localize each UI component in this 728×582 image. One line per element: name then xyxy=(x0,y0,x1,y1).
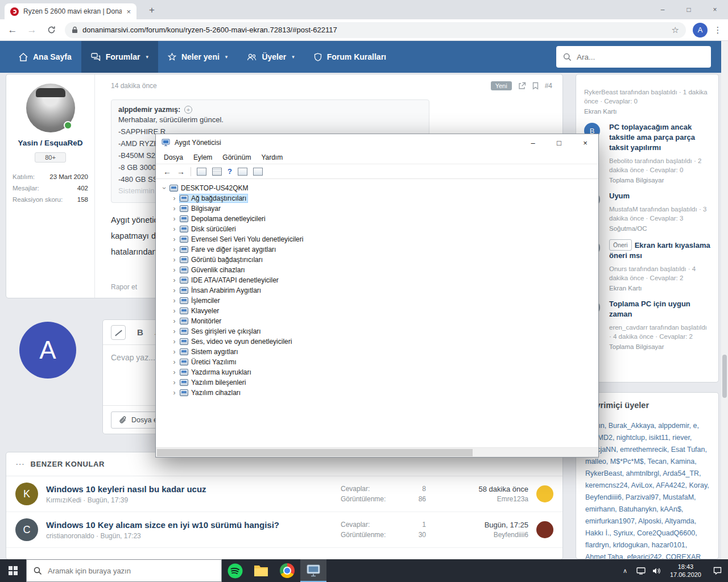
forum-search[interactable] xyxy=(556,46,711,68)
topic-title[interactable]: Toplama PC için uygun zaman xyxy=(609,299,710,319)
thread-title[interactable]: Windows 10 Key alıcam sizce en iyi w10 s… xyxy=(46,520,341,530)
topic-title[interactable]: PC toplayacağım ancak taksitle ama parça… xyxy=(609,122,710,153)
refresh-button[interactable] xyxy=(42,21,60,39)
tree-item[interactable]: › Yazılım bileşenleri xyxy=(156,377,598,388)
tree-item[interactable]: › Sistem aygıtları xyxy=(156,347,598,357)
share-icon[interactable] xyxy=(518,82,526,90)
topic-category[interactable]: Ekran Kartı xyxy=(584,108,710,115)
tree-item[interactable]: › Fare ve diğer işaret aygıtları xyxy=(156,244,598,255)
thread-time[interactable]: Bugün, 17:25 xyxy=(426,521,528,529)
tree-item[interactable]: › Güvenlik cihazları xyxy=(156,265,598,275)
chevron-right-icon[interactable]: › xyxy=(169,246,179,253)
forward-button[interactable]: → xyxy=(23,21,41,39)
tree-item[interactable]: › Ağ bağdaştırıcıları xyxy=(156,193,598,203)
tree-item[interactable]: › Evrensel Seri Veri Yolu denetleyiciler… xyxy=(156,234,598,244)
forum-search-input[interactable] xyxy=(577,53,704,61)
file-explorer-taskbar-button[interactable] xyxy=(248,559,274,582)
tree-item[interactable]: › Üretici Yazılımı xyxy=(156,357,598,367)
nav-home[interactable]: Ana Sayfa xyxy=(9,41,81,73)
console-tree-icon[interactable] xyxy=(197,168,206,176)
chevron-right-icon[interactable]: › xyxy=(169,358,179,366)
window-maximize-button[interactable]: □ xyxy=(676,0,702,19)
post-time[interactable]: 14 dakika önce xyxy=(111,82,157,90)
menu-yardim[interactable]: Yardım xyxy=(256,153,288,161)
chevron-right-icon[interactable]: › xyxy=(169,266,179,274)
tree-root[interactable]: › DESKTOP-US42QKM xyxy=(156,183,598,193)
topic-category[interactable]: Toplama Bilgisayar xyxy=(609,177,710,184)
chevron-right-icon[interactable]: › xyxy=(169,215,179,223)
minimize-button[interactable]: – xyxy=(520,134,546,151)
bookmark-icon[interactable] xyxy=(532,82,539,90)
tree-item[interactable]: › Ses, video ve oyun denetleyicileri xyxy=(156,336,598,347)
clock[interactable]: 18:43 17.06.2020 xyxy=(665,563,706,579)
tree-item[interactable]: › İşlemciler xyxy=(156,296,598,306)
chevron-right-icon[interactable]: › xyxy=(169,276,179,284)
chevron-right-icon[interactable]: › xyxy=(169,348,179,356)
device-manager-window[interactable]: Aygıt Yöneticisi – □ × Dosya Eylem Görün… xyxy=(155,134,599,458)
chevron-right-icon[interactable]: › xyxy=(169,317,179,325)
chevron-expanded-icon[interactable]: › xyxy=(160,184,168,193)
topic-category[interactable]: Toplama Bilgisayar xyxy=(609,343,710,350)
chevron-down-icon[interactable]: ▾ xyxy=(225,54,228,60)
new-tab-button[interactable]: + xyxy=(144,3,159,18)
chevron-right-icon[interactable]: › xyxy=(169,389,179,397)
maximize-button[interactable]: □ xyxy=(546,134,572,151)
page-scrollbar[interactable] xyxy=(721,41,728,559)
nav-members[interactable]: Üyeler ▾ xyxy=(237,41,304,73)
thread-last-avatar[interactable] xyxy=(536,485,553,502)
tree-item[interactable]: › Ses girişleri ve çıkışları xyxy=(156,326,598,336)
help-icon[interactable]: ? xyxy=(228,167,232,176)
taskbar-search[interactable] xyxy=(26,559,222,582)
thread-last-user[interactable]: Emre123a xyxy=(426,495,528,503)
bookmark-star-icon[interactable]: ☆ xyxy=(672,25,679,35)
menu-dots-icon[interactable]: ⋮ xyxy=(711,25,725,35)
thread-avatar[interactable]: C xyxy=(15,518,38,541)
menu-eylem[interactable]: Eylem xyxy=(188,153,217,161)
chevron-right-icon[interactable]: › xyxy=(169,379,179,386)
chevron-right-icon[interactable]: › xyxy=(169,256,179,264)
chevron-right-icon[interactable]: › xyxy=(169,235,179,243)
menu-gorunum[interactable]: Görünüm xyxy=(217,153,256,161)
tree-item[interactable]: › Bilgisayar xyxy=(156,203,598,214)
thread-last-avatar[interactable] xyxy=(536,521,553,538)
chevron-right-icon[interactable]: › xyxy=(169,297,179,305)
expand-quote-icon[interactable]: + xyxy=(184,106,192,114)
toolbar-back-icon[interactable]: ← xyxy=(163,167,171,176)
close-button[interactable]: × xyxy=(572,134,598,151)
reply-avatar[interactable]: A xyxy=(19,322,76,379)
bold-button[interactable]: B xyxy=(137,327,143,337)
device-manager-taskbar-button[interactable] xyxy=(300,559,326,582)
scan-hardware-icon[interactable] xyxy=(238,168,247,176)
tree-item[interactable]: › Monitörler xyxy=(156,316,598,326)
chevron-right-icon[interactable]: › xyxy=(169,225,179,233)
thread-row[interactable]: C Windows 10 Key alıcam sizce en iyi w10… xyxy=(6,512,562,548)
browser-tab[interactable]: Ryzen 5 2600 mavi ekran | Donan... × xyxy=(5,3,136,19)
poster-avatar[interactable] xyxy=(26,84,75,132)
thread-row[interactable]: K Windows 10 keyleri nasıl bu kadar ucuz… xyxy=(6,476,562,512)
thread-avatar[interactable]: K xyxy=(15,483,38,505)
window-titlebar[interactable]: Aygıt Yöneticisi – □ × xyxy=(156,134,598,151)
device-tree[interactable]: › DESKTOP-US42QKM › Ağ bağdaştırıcıları … xyxy=(156,179,598,447)
thread-time[interactable]: 58 dakika önce xyxy=(426,485,528,493)
tab-close-icon[interactable]: × xyxy=(126,7,131,16)
horizontal-scrollbar[interactable] xyxy=(156,447,598,457)
tree-item[interactable]: › İnsan Arabirim Aygıtları xyxy=(156,285,598,296)
tree-item[interactable]: › Disk sürücüleri xyxy=(156,224,598,234)
menu-dosya[interactable]: Dosya xyxy=(159,153,188,161)
page-scrollbar-thumb[interactable] xyxy=(722,355,727,398)
nav-rules[interactable]: Forum Kuralları xyxy=(304,41,396,73)
chevron-down-icon[interactable]: ▾ xyxy=(292,54,295,60)
taskbar-search-input[interactable] xyxy=(48,567,214,575)
tray-chevron-icon[interactable]: ∧ xyxy=(617,559,633,582)
chevron-right-icon[interactable]: › xyxy=(169,307,179,315)
monitor-toolbar-icon[interactable] xyxy=(253,168,263,176)
nav-whats-new[interactable]: Neler yeni ▾ xyxy=(158,41,237,73)
chevron-right-icon[interactable]: › xyxy=(169,327,179,335)
spotify-taskbar-button[interactable] xyxy=(222,559,248,582)
tree-item[interactable]: › IDE ATA/ATAPI denetleyiciler xyxy=(156,275,598,285)
poster-name[interactable]: Yasin / EsquaReD xyxy=(18,139,82,147)
tree-item[interactable]: › Depolama denetleyicileri xyxy=(156,214,598,224)
chevron-down-icon[interactable]: ▾ xyxy=(146,54,148,60)
chevron-right-icon[interactable]: › xyxy=(169,368,179,376)
tree-item[interactable]: › Yazılım cihazları xyxy=(156,388,598,398)
